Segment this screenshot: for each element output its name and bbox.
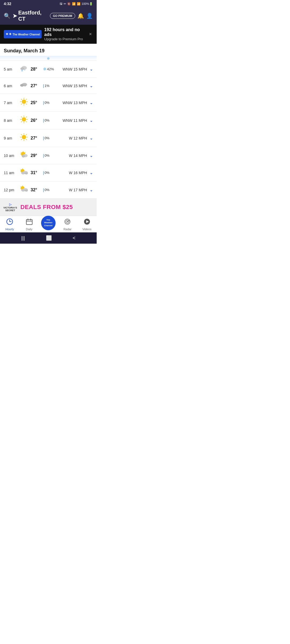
notifications-icon[interactable]: 🔔 <box>77 13 84 19</box>
expand-icon[interactable]: ⌄ <box>89 171 93 175</box>
time-label: 5 am <box>4 67 17 71</box>
svg-text:*: * <box>24 69 25 72</box>
expand-icon[interactable]: ⌄ <box>89 101 93 105</box>
weather-row-6am[interactable]: 6 am 27° | 1% WNW 15 MPH ⌄ <box>0 78 97 94</box>
weather-icon <box>19 115 29 125</box>
svg-point-16 <box>22 117 26 122</box>
advertiser-name: VICTORIA'S <box>3 206 17 209</box>
weather-icon <box>19 98 29 108</box>
rain-icon: | <box>43 118 44 123</box>
wind-speed: WNW 11 MPH ⌄ <box>59 118 93 123</box>
wind-speed: W 17 MPH ⌄ <box>59 188 93 192</box>
home-button[interactable]: ⬜ <box>46 235 52 241</box>
snowflake-icon: ❄ <box>47 56 50 61</box>
weather-channel-logo: ✦✦ The Weather Channel <box>4 30 42 38</box>
precip-value: 0% <box>45 101 50 105</box>
hourly-label: Hourly <box>5 228 14 231</box>
time-label: 12 pm <box>4 188 17 192</box>
svg-line-45 <box>21 169 21 170</box>
time-label: 8 am <box>4 118 17 123</box>
recent-apps-button[interactable]: ||| <box>21 235 25 241</box>
advertisement-banner[interactable]: ▷ VICTORIA'S SECRET DEALS FROM $25 <box>0 199 97 216</box>
weather-hourly-list: 5 am ❄ * 28° ❄ 42% WNW 15 MPH ⌄ 6 am <box>0 61 97 199</box>
weather-icon <box>19 185 29 195</box>
time-label: 9 am <box>4 136 17 140</box>
time-label: 6 am <box>4 84 17 88</box>
nav-videos[interactable]: Videos <box>79 218 95 231</box>
promo-banner: ✦✦ The Weather Channel 192 hours and no … <box>0 25 97 44</box>
svg-point-41 <box>22 155 25 158</box>
weather-row-9am[interactable]: 9 am 27° | 0% W 12 MPH ⌄ <box>0 129 97 147</box>
weather-row-10am[interactable]: 10 am 29° | 0% W 14 MPH ⌄ <box>0 147 97 164</box>
rain-icon: | <box>43 171 44 175</box>
save-icon: 🖫 <box>60 2 63 5</box>
close-button[interactable]: × <box>88 30 93 38</box>
weather-row-7am[interactable]: 7 am 25° | 0% WNW 13 MPH <box>0 94 97 112</box>
svg-line-39 <box>25 152 26 153</box>
nav-weather-channel-button[interactable]: TheWeatherChannel <box>41 216 56 230</box>
temperature: 28° <box>31 67 41 72</box>
wifi-icon: 📶 <box>72 2 76 6</box>
weather-row-5am[interactable]: 5 am ❄ * 28° ❄ 42% WNW 15 MPH ⌄ <box>0 61 97 78</box>
expand-icon[interactable]: ⌄ <box>89 84 93 88</box>
advertiser-logo: ▷ VICTORIA'S SECRET <box>2 203 18 212</box>
precipitation: | 0% <box>43 171 57 175</box>
nav-radar[interactable]: Radar <box>60 218 75 231</box>
daily-label: Daily <box>26 228 32 231</box>
nav-hourly[interactable]: Hourly <box>2 218 17 231</box>
svg-line-12 <box>21 99 22 100</box>
profile-icon[interactable]: 👤 <box>86 13 93 19</box>
mute-icon: 🔇 <box>67 2 71 6</box>
svg-point-6 <box>24 84 26 86</box>
precip-value: 0% <box>45 171 50 175</box>
back-button[interactable]: < <box>73 235 76 241</box>
temperature: 29° <box>31 153 41 158</box>
weather-icon: ❄ * <box>19 64 29 74</box>
weather-channel-center-logo: TheWeatherChannel <box>44 219 53 227</box>
temperature: 26° <box>31 118 41 123</box>
expand-icon[interactable]: ⌄ <box>89 188 93 192</box>
weather-icon <box>19 151 29 160</box>
precipitation: | 0% <box>43 136 57 140</box>
svg-point-55 <box>25 189 28 192</box>
signal-icon: 📶 <box>77 2 81 6</box>
radar-label: Radar <box>63 228 71 231</box>
rain-icon: | <box>43 101 44 105</box>
svg-line-24 <box>21 122 22 122</box>
precipitation: | 1% <box>43 84 57 88</box>
logo-line2: Weather <box>18 33 28 36</box>
wind-speed: WNW 15 MPH ⌄ <box>59 67 93 71</box>
precipitation: | 0% <box>43 118 57 123</box>
precipitation: | 0% <box>43 188 57 192</box>
temperature: 27° <box>31 83 41 88</box>
svg-text:❄: ❄ <box>21 69 23 72</box>
precip-value: 0% <box>45 153 50 158</box>
precip-value: 42% <box>47 67 54 71</box>
wind-speed: WNW 13 MPH ⌄ <box>59 101 93 105</box>
expand-icon[interactable]: ⌄ <box>89 67 93 71</box>
go-premium-button[interactable]: GO PREMIUM <box>50 13 75 19</box>
weather-row-8am[interactable]: 8 am 26° | 0% WNW 11 MPH <box>0 112 97 129</box>
svg-line-52 <box>21 186 21 187</box>
expand-icon[interactable]: ⌄ <box>89 118 93 123</box>
svg-point-47 <box>21 172 25 174</box>
rain-icon: | <box>43 153 44 158</box>
location-text: Eastford, CT <box>18 10 48 22</box>
location-display[interactable]: ➤ Eastford, CT <box>13 10 48 22</box>
weather-row-11am[interactable]: 11 am 31° | 0% W 16 MPH ⌄ <box>0 164 97 181</box>
wind-speed: WNW 15 MPH ⌄ <box>59 84 93 88</box>
svg-rect-59 <box>26 219 32 225</box>
play-circle-icon <box>84 218 90 227</box>
expand-icon[interactable]: ⌄ <box>89 136 93 140</box>
expand-icon[interactable]: ⌄ <box>89 153 93 158</box>
search-icon[interactable]: 🔍 <box>4 13 10 19</box>
nav-daily[interactable]: Daily <box>22 218 37 231</box>
wind-speed: W 12 MPH ⌄ <box>59 136 93 140</box>
weather-row-12pm[interactable]: 12 pm 32° | 0% W 17 MPH ⌄ <box>0 181 97 199</box>
stars-icon: ✦✦ <box>5 32 12 36</box>
precipitation: ❄ 42% <box>43 67 57 72</box>
logo-line3: Channel <box>29 33 40 36</box>
svg-line-13 <box>26 104 27 105</box>
precip-value: 0% <box>45 136 50 140</box>
rain-icon: | <box>43 84 44 88</box>
